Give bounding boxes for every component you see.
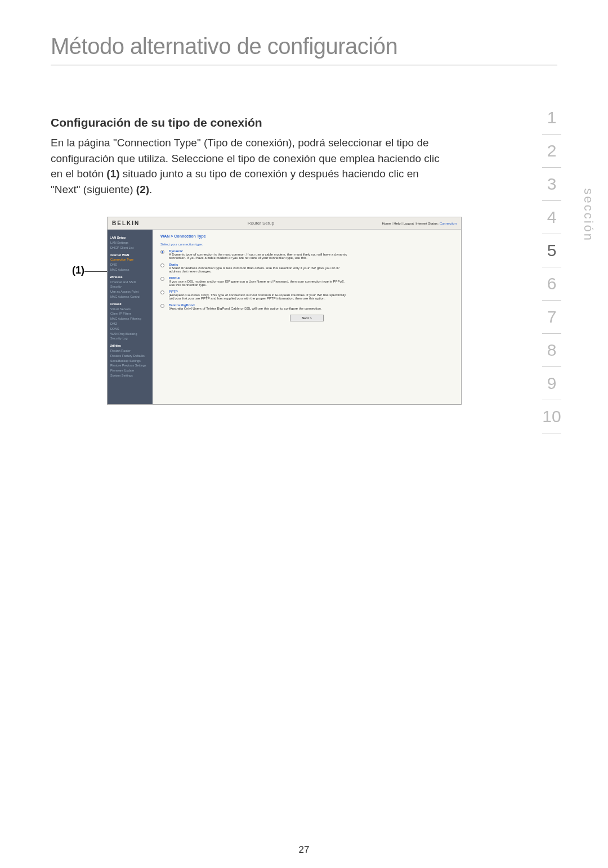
breadcrumb: WAN > Connection Type — [160, 234, 453, 238]
option-desc: If you use a DSL modem and/or your ISP g… — [169, 280, 345, 287]
section-label: sección — [581, 188, 596, 242]
radio-button[interactable] — [160, 290, 164, 294]
sidebar-item[interactable]: MAC Address Control — [110, 294, 150, 299]
sidebar-item[interactable]: MAC Address — [110, 267, 150, 272]
sidebar-group-head: Firewall — [110, 302, 150, 307]
section-nav-item-3[interactable]: 3 — [542, 168, 561, 201]
sidebar-item[interactable]: Restore Factory Defaults — [110, 354, 150, 359]
option-desc: [European Countries Only]. This type of … — [169, 293, 346, 300]
connection-option: StaticA Static IP address connection typ… — [160, 263, 453, 273]
page-title: Método alternativo de configuración — [51, 34, 557, 59]
sidebar-item[interactable]: LAN Settings — [110, 240, 150, 245]
connection-option: DynamicA Dynamic type of connection is t… — [160, 249, 453, 259]
status-value: Connection — [440, 222, 457, 225]
brand-logo: BELKIN — [112, 220, 140, 226]
section-subtitle: Configuración de su tipo de conexión — [51, 116, 557, 129]
radio-button[interactable] — [160, 304, 164, 308]
callout-ref-1: (1) — [106, 168, 119, 180]
sidebar-item[interactable]: WAN Ping Blocking — [110, 332, 150, 337]
section-nav-item-9[interactable]: 9 — [542, 367, 561, 400]
header-title: Router Setup — [248, 221, 274, 226]
sidebar-item[interactable]: DNS — [110, 262, 150, 267]
sidebar-item[interactable]: Restart Router — [110, 348, 150, 354]
next-button[interactable]: Next > — [290, 315, 324, 321]
option-text: PPTP[European Countries Only]. This type… — [169, 290, 349, 300]
section-nav-item-5[interactable]: 5 — [542, 234, 561, 267]
callout-ref-2: (2) — [136, 184, 149, 195]
section-nav-item-10[interactable]: 10 — [542, 400, 561, 433]
header-right: Home | Help | Logout Internet Status: Co… — [382, 222, 457, 225]
sidebar-item[interactable]: Use as Access Point — [110, 289, 150, 294]
radio-button[interactable] — [160, 277, 164, 281]
sidebar-group-head: Internet WAN — [110, 253, 150, 258]
header-links[interactable]: Home | Help | Logout — [382, 222, 413, 225]
option-text: Telstra BigPond[Australia Only] Users of… — [169, 303, 321, 310]
sidebar-item[interactable]: Security Log — [110, 336, 150, 341]
section-nav-item-1[interactable]: 1 — [542, 101, 561, 135]
screenshot-header: BELKIN Router Setup Home | Help | Logout… — [108, 217, 461, 230]
figure-wrapper: (1) (2) BELKIN Router Setup Home | Help … — [79, 217, 529, 405]
body-paragraph: En la página "Connection Type" (Tipo de … — [51, 135, 445, 197]
sidebar-item[interactable]: DMZ — [110, 321, 150, 326]
sidebar-group-head: Wireless — [110, 275, 150, 280]
option-desc: A Static IP address connection type is l… — [169, 266, 339, 273]
option-desc: [Australia Only] Users of Telstra BigPon… — [169, 307, 321, 310]
connection-option: PPPoEIf you use a DSL modem and/or your … — [160, 276, 453, 287]
body-text-3: . — [149, 184, 152, 195]
radio-button[interactable] — [160, 250, 164, 254]
instruction-text: Select your connection type: — [160, 243, 453, 246]
option-text: DynamicA Dynamic type of connection is t… — [169, 249, 349, 259]
section-nav: 12345678910 — [529, 101, 574, 433]
sidebar-group-head: Utilities — [110, 343, 150, 348]
connection-option: Telstra BigPond[Australia Only] Users of… — [160, 303, 453, 310]
radio-button[interactable] — [160, 263, 164, 267]
sidebar-item[interactable]: Security — [110, 284, 150, 289]
sidebar-item[interactable]: MAC Address Filtering — [110, 316, 150, 321]
sidebar-item[interactable]: DDNS — [110, 326, 150, 332]
sidebar-item[interactable]: DHCP Client List — [110, 245, 150, 250]
sidebar-item[interactable]: Channel and SSID — [110, 280, 150, 285]
section-nav-item-2[interactable]: 2 — [542, 135, 561, 168]
connection-option: PPTP[European Countries Only]. This type… — [160, 290, 453, 300]
screenshot-sidebar: LAN SetupLAN SettingsDHCP Client ListInt… — [108, 230, 153, 404]
sidebar-item[interactable]: Save/Backup Settings — [110, 359, 150, 364]
section-nav-item-8[interactable]: 8 — [542, 334, 561, 367]
status-label: Internet Status: — [415, 222, 439, 225]
sidebar-item[interactable]: Virtual Servers — [110, 307, 150, 312]
router-screenshot: BELKIN Router Setup Home | Help | Logout… — [107, 217, 462, 405]
section-nav-item-4[interactable]: 4 — [542, 201, 561, 234]
option-text: PPPoEIf you use a DSL modem and/or your … — [169, 276, 349, 287]
sidebar-item[interactable]: System Settings — [110, 373, 150, 378]
sidebar-group-head: LAN Setup — [110, 235, 150, 240]
option-desc: A Dynamic type of connection is the most… — [169, 253, 347, 259]
section-nav-item-7[interactable]: 7 — [542, 301, 561, 334]
sidebar-item[interactable]: Client IP Filters — [110, 311, 150, 316]
page-number: 27 — [0, 844, 608, 856]
screenshot-main: WAN > Connection Type Select your connec… — [153, 230, 461, 404]
section-nav-item-6[interactable]: 6 — [542, 267, 561, 301]
title-divider — [51, 65, 557, 65]
sidebar-item[interactable]: Restore Previous Settings — [110, 363, 150, 368]
sidebar-item[interactable]: Firmware Update — [110, 368, 150, 373]
sidebar-item[interactable]: Connection Type — [110, 257, 150, 262]
callout-1-label: (1) — [72, 265, 84, 276]
option-text: StaticA Static IP address connection typ… — [169, 263, 349, 273]
